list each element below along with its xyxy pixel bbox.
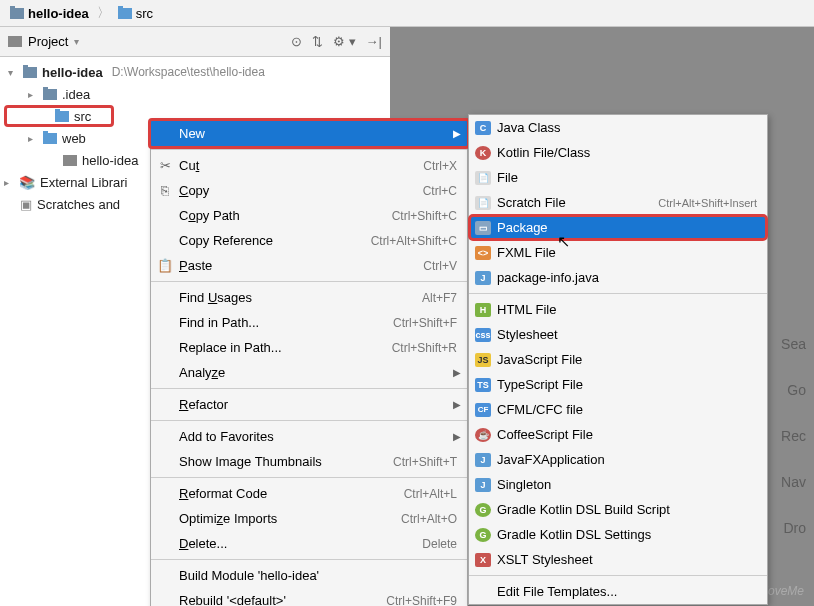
- context-menu: New ▶ ✂ Cut Ctrl+X ⎘ Copy Ctrl+C Copy Pa…: [150, 120, 468, 606]
- menu-shortcut: Delete: [422, 537, 457, 551]
- menu-separator: [469, 575, 767, 576]
- menu-label: Find Usages: [179, 290, 422, 305]
- coffee-icon: ☕: [475, 428, 491, 442]
- menu-new[interactable]: New ▶: [148, 118, 470, 149]
- menu-label: Add to Favorites: [179, 429, 457, 444]
- folder-icon: [43, 89, 57, 100]
- iml-icon: [63, 155, 77, 166]
- submenu-file[interactable]: 📄File: [469, 165, 767, 190]
- expand-arrow-icon[interactable]: ▾: [8, 67, 18, 78]
- submenu-label: Package: [497, 220, 548, 235]
- breadcrumb-item[interactable]: src: [112, 4, 159, 23]
- menu-optimize[interactable]: Optimize Imports Ctrl+Alt+O: [151, 506, 467, 531]
- menu-replace-in-path[interactable]: Replace in Path... Ctrl+Shift+R: [151, 335, 467, 360]
- expand-arrow-icon[interactable]: ▸: [4, 177, 14, 188]
- submenu-singleton[interactable]: JSingleton: [469, 472, 767, 497]
- source-folder-icon: [55, 111, 69, 122]
- folder-icon: [10, 8, 24, 19]
- tree-root[interactable]: ▾ hello-idea D:\Workspace\test\hello-ide…: [0, 61, 390, 83]
- submenu-java-class[interactable]: CJava Class: [469, 115, 767, 140]
- menu-rebuild[interactable]: Rebuild '<default>' Ctrl+Shift+F9: [151, 588, 467, 606]
- submenu-label: File: [497, 170, 518, 185]
- xslt-icon: X: [475, 553, 491, 567]
- submenu-label: TypeScript File: [497, 377, 583, 392]
- menu-find-usages[interactable]: Find Usages Alt+F7: [151, 285, 467, 310]
- menu-paste[interactable]: 📋 Paste Ctrl+V: [151, 253, 467, 278]
- submenu-scratch[interactable]: 📄Scratch FileCtrl+Alt+Shift+Insert: [469, 190, 767, 215]
- expand-arrow-icon[interactable]: ▸: [28, 89, 38, 100]
- submenu-gradle-build[interactable]: GGradle Kotlin DSL Build Script: [469, 497, 767, 522]
- breadcrumb-item[interactable]: hello-idea: [4, 4, 95, 23]
- java-icon: J: [475, 453, 491, 467]
- menu-thumbnails[interactable]: Show Image Thumbnails Ctrl+Shift+T: [151, 449, 467, 474]
- cf-icon: CF: [475, 403, 491, 417]
- menu-label: Copy: [179, 183, 423, 198]
- breadcrumb-label: hello-idea: [28, 6, 89, 21]
- submenu-package-info[interactable]: Jpackage-info.java: [469, 265, 767, 290]
- menu-label: Show Image Thumbnails: [179, 454, 393, 469]
- menu-shortcut: Ctrl+Alt+L: [404, 487, 457, 501]
- menu-delete[interactable]: Delete... Delete: [151, 531, 467, 556]
- dropdown-arrow-icon[interactable]: ▾: [74, 36, 79, 47]
- menu-copy-path[interactable]: Copy Path Ctrl+Shift+C: [151, 203, 467, 228]
- tree-item-src[interactable]: src: [4, 105, 114, 127]
- menu-favorites[interactable]: Add to Favorites ▶: [151, 424, 467, 449]
- submenu-label: XSLT Stylesheet: [497, 552, 593, 567]
- kotlin-icon: K: [475, 146, 491, 160]
- submenu-javascript[interactable]: JSJavaScript File: [469, 347, 767, 372]
- submenu-label: Kotlin File/Class: [497, 145, 590, 160]
- menu-reformat[interactable]: Reformat Code Ctrl+Alt+L: [151, 481, 467, 506]
- submenu-cfml[interactable]: CFCFML/CFC file: [469, 397, 767, 422]
- submenu-javafx[interactable]: JJavaFXApplication: [469, 447, 767, 472]
- submenu-typescript[interactable]: TSTypeScript File: [469, 372, 767, 397]
- menu-label: Replace in Path...: [179, 340, 392, 355]
- menu-separator: [151, 477, 467, 478]
- package-icon: ▭: [475, 221, 491, 235]
- submenu-stylesheet[interactable]: cssStylesheet: [469, 322, 767, 347]
- project-icon: [8, 36, 22, 47]
- html-icon: H: [475, 303, 491, 317]
- submenu-package[interactable]: ▭Package: [469, 215, 767, 240]
- target-icon[interactable]: ⊙: [291, 34, 302, 49]
- scratches-icon: ▣: [20, 197, 32, 212]
- submenu-fxml[interactable]: <>FXML File: [469, 240, 767, 265]
- menu-separator: [469, 293, 767, 294]
- menu-label: New: [179, 126, 457, 141]
- cursor-icon: ↖: [557, 232, 570, 251]
- menu-shortcut: Ctrl+Shift+R: [392, 341, 457, 355]
- settings-icon[interactable]: ⇅: [312, 34, 323, 49]
- submenu-shortcut: Ctrl+Alt+Shift+Insert: [658, 197, 757, 209]
- submenu-html[interactable]: HHTML File: [469, 297, 767, 322]
- menu-copy[interactable]: ⎘ Copy Ctrl+C: [151, 178, 467, 203]
- side-text: Rec: [781, 428, 806, 444]
- submenu-xslt[interactable]: XXSLT Stylesheet: [469, 547, 767, 572]
- gear-icon[interactable]: ⚙ ▾: [333, 34, 356, 49]
- tree-node-label: web: [62, 131, 86, 146]
- menu-shortcut: Ctrl+C: [423, 184, 457, 198]
- tree-item-idea[interactable]: ▸ .idea: [0, 83, 390, 105]
- menu-label: Cut: [179, 158, 423, 173]
- menu-find-in-path[interactable]: Find in Path... Ctrl+Shift+F: [151, 310, 467, 335]
- tree-node-path: D:\Workspace\test\hello-idea: [112, 65, 265, 79]
- menu-build-module[interactable]: Build Module 'hello-idea': [151, 563, 467, 588]
- expand-arrow-icon[interactable]: ▸: [28, 133, 38, 144]
- menu-shortcut: Ctrl+Shift+C: [392, 209, 457, 223]
- collapse-icon[interactable]: →|: [366, 34, 382, 49]
- menu-refactor[interactable]: Refactor ▶: [151, 392, 467, 417]
- menu-analyze[interactable]: Analyze ▶: [151, 360, 467, 385]
- menu-copy-reference[interactable]: Copy Reference Ctrl+Alt+Shift+C: [151, 228, 467, 253]
- menu-separator: [151, 388, 467, 389]
- tree-node-label: Scratches and: [37, 197, 120, 212]
- menu-label: Copy Reference: [179, 233, 371, 248]
- menu-shortcut: Ctrl+Shift+F: [393, 316, 457, 330]
- folder-icon: [43, 133, 57, 144]
- new-submenu: CJava Class KKotlin File/Class 📄File 📄Sc…: [468, 114, 768, 605]
- menu-label: Find in Path...: [179, 315, 393, 330]
- menu-cut[interactable]: ✂ Cut Ctrl+X: [151, 153, 467, 178]
- submenu-coffee[interactable]: ☕CoffeeScript File: [469, 422, 767, 447]
- submenu-arrow-icon: ▶: [453, 399, 461, 410]
- submenu-gradle-settings[interactable]: GGradle Kotlin DSL Settings: [469, 522, 767, 547]
- submenu-kotlin[interactable]: KKotlin File/Class: [469, 140, 767, 165]
- class-icon: C: [475, 121, 491, 135]
- submenu-edit-templates[interactable]: Edit File Templates...: [469, 579, 767, 604]
